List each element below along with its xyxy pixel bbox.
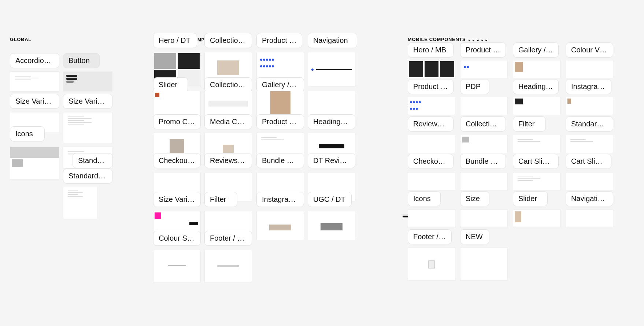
chip-dt-review[interactable]: DT Revie… bbox=[308, 153, 355, 168]
thumb-button[interactable] bbox=[63, 71, 112, 92]
chip-filter-mb[interactable]: Filter bbox=[513, 116, 546, 131]
thumb-collection-mb[interactable] bbox=[460, 97, 508, 115]
chip-size-variant-b[interactable]: Size Vari… bbox=[63, 94, 112, 109]
chip-slider-dt[interactable]: Slider bbox=[153, 77, 188, 92]
thumb-cart-b[interactable] bbox=[566, 135, 613, 153]
chip-heading-dt[interactable]: Heading … bbox=[308, 114, 355, 129]
chip-new[interactable]: NEW bbox=[460, 229, 489, 244]
thumb-product-mb-a[interactable] bbox=[460, 60, 508, 78]
thumb-footer-mb[interactable] bbox=[408, 210, 455, 228]
chip-heading-mb[interactable]: Heading … bbox=[513, 79, 559, 94]
chip-checkout-mb[interactable]: Checkou… bbox=[408, 154, 454, 169]
chip-product-dt-a[interactable]: Product … bbox=[256, 33, 302, 48]
chip-collection-dt-b[interactable]: Collectio… bbox=[204, 77, 252, 92]
chip-size-variant-a[interactable]: Size Vari… bbox=[10, 94, 59, 109]
thumb-colour-mb[interactable] bbox=[566, 60, 613, 78]
thumb-standard-mb[interactable] bbox=[566, 97, 613, 115]
chip-product-dt-b[interactable]: Product … bbox=[256, 114, 304, 129]
chip-checkout-dt[interactable]: Checkou… bbox=[153, 153, 201, 168]
chip-media-card[interactable]: Media Ca… bbox=[204, 114, 252, 129]
thumb-unlabeled-a[interactable] bbox=[153, 250, 201, 283]
thumb-extra-a[interactable] bbox=[256, 211, 304, 240]
chip-gallery-dt[interactable]: Gallery / … bbox=[256, 77, 304, 92]
thumb-size-mb[interactable] bbox=[460, 172, 508, 190]
chip-reviews-mb[interactable]: Reviews … bbox=[408, 116, 454, 131]
chip-pdp[interactable]: PDP bbox=[460, 79, 489, 94]
chip-ugc-dt[interactable]: UGC / DT bbox=[308, 192, 352, 207]
thumb-navigation-dt[interactable] bbox=[308, 52, 355, 87]
chip-colour-mb[interactable]: Colour V… bbox=[566, 42, 613, 58]
chip-product-mb-a[interactable]: Product … bbox=[460, 42, 506, 58]
chip-bundle-dt[interactable]: Bundle B… bbox=[256, 153, 304, 168]
chip-icons-mb[interactable]: Icons bbox=[408, 191, 441, 206]
thumb-accordion[interactable] bbox=[10, 71, 59, 92]
figma-canvas[interactable]: GLOBAL Accordio… Button Size Vari… Size … bbox=[0, 0, 644, 326]
chip-standard-a[interactable]: Standa… bbox=[73, 153, 113, 168]
thumb-nav-mb[interactable] bbox=[566, 172, 613, 190]
chip-footer-dt[interactable]: Footer / DT bbox=[204, 231, 252, 246]
thumb-mb-extra-a[interactable] bbox=[513, 210, 560, 228]
chip-gallery-mb[interactable]: Gallery / … bbox=[513, 42, 559, 58]
thumb-size-b[interactable] bbox=[63, 112, 112, 143]
thumb-icons[interactable] bbox=[10, 147, 59, 179]
chip-accordion[interactable]: Accordio… bbox=[10, 53, 59, 68]
chip-cart-b[interactable]: Cart Slid… bbox=[566, 154, 611, 169]
chip-reviews-dt[interactable]: Reviews … bbox=[204, 153, 252, 168]
chip-instagram-dt[interactable]: Instagra… bbox=[256, 192, 304, 207]
chip-collection-dt-a[interactable]: Collectio… bbox=[204, 33, 252, 48]
chip-navigation-dt[interactable]: Navigation bbox=[308, 33, 357, 48]
chip-icons[interactable]: Icons bbox=[10, 126, 45, 141]
chip-colour-dt[interactable]: Colour S… bbox=[153, 231, 201, 246]
thumb-mb-unlabeled-b[interactable] bbox=[460, 248, 508, 281]
chip-standard-b[interactable]: Standard… bbox=[63, 168, 112, 184]
chip-cart-a[interactable]: Cart Slid… bbox=[513, 154, 559, 169]
thumb-hero-mb[interactable] bbox=[408, 60, 455, 78]
thumb-icons-mb[interactable] bbox=[408, 172, 455, 190]
chip-button[interactable]: Button bbox=[63, 53, 100, 68]
chip-sizevar-dt[interactable]: Size Vari… bbox=[153, 192, 201, 207]
section-title-mobile: MOBILE COMPONENTS ⌄⌄⌄⌄⌄ bbox=[408, 37, 489, 42]
thumb-reviews-mb[interactable] bbox=[408, 97, 455, 115]
chip-bundle-mb[interactable]: Bundle b… bbox=[460, 154, 506, 169]
thumb-cart-a[interactable] bbox=[513, 135, 560, 153]
thumb-new[interactable] bbox=[460, 210, 508, 228]
thumb-gallery-mb[interactable] bbox=[513, 60, 560, 78]
chip-size-mb[interactable]: Size bbox=[460, 191, 489, 206]
thumb-filter-mb[interactable] bbox=[513, 97, 560, 115]
chip-product-mb-b[interactable]: Product … bbox=[408, 79, 454, 94]
thumb-mb-extra-b[interactable] bbox=[566, 210, 613, 228]
chip-hero-mb[interactable]: Hero / MB bbox=[408, 42, 454, 58]
chip-nav-mb[interactable]: Navigatio… bbox=[566, 191, 613, 206]
thumb-checkout-mb[interactable] bbox=[408, 135, 455, 153]
thumb-bundle-mb[interactable] bbox=[460, 135, 508, 153]
section-title-global: GLOBAL bbox=[10, 37, 32, 42]
section-title-dt-fragment: MP bbox=[197, 37, 204, 42]
chip-filter-dt[interactable]: Filter bbox=[204, 192, 237, 207]
chip-standard-mb[interactable]: Standard… bbox=[566, 116, 613, 131]
thumb-extra-b[interactable] bbox=[308, 211, 355, 240]
thumb-slider-mb[interactable] bbox=[513, 172, 560, 190]
chip-slider-mb[interactable]: Slider bbox=[513, 191, 548, 206]
chip-footer-mb[interactable]: Footer / … bbox=[408, 229, 452, 244]
chip-hero-dt[interactable]: Hero / DT bbox=[153, 33, 197, 48]
thumb-standard-b[interactable] bbox=[63, 186, 98, 219]
chip-collection-mb[interactable]: Collectio… bbox=[460, 116, 506, 131]
thumb-mb-unlabeled-a[interactable] bbox=[408, 248, 455, 281]
chip-promo-card[interactable]: Promo C… bbox=[153, 114, 201, 129]
chip-instagram-mb[interactable]: Instagra… bbox=[566, 79, 611, 94]
thumb-unlabeled-b[interactable] bbox=[204, 250, 252, 283]
